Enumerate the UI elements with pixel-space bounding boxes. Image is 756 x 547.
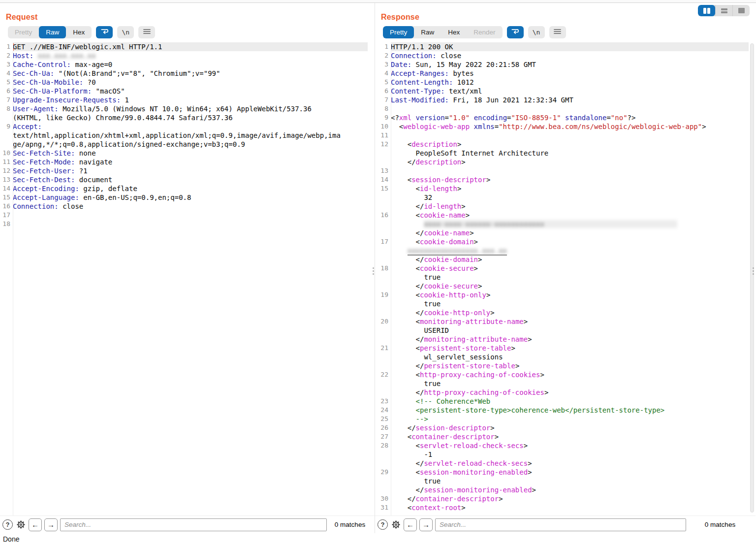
code-line[interactable]: 29 <session-monitoring-enabled> [375, 468, 749, 477]
code-line[interactable]: </servlet-reload-check-secs> [375, 459, 749, 468]
tab-raw[interactable]: Raw [39, 26, 66, 38]
response-menu-button[interactable] [549, 26, 566, 38]
next-match-button[interactable]: → [419, 518, 433, 531]
code-line[interactable]: 14Accept-Encoding: gzip, deflate [0, 184, 368, 193]
code-line[interactable]: 4Sec-Ch-Ua: "(Not(A:Brand";v="8", "Chrom… [0, 69, 368, 78]
code-line[interactable]: 6Content-Type: text/xml [375, 87, 749, 96]
code-line[interactable]: </http-proxy-caching-of-cookies> [375, 388, 749, 397]
right-edge-splitter-handle[interactable] [753, 267, 755, 275]
code-line[interactable]: </description> [375, 158, 749, 166]
panel-splitter-handle[interactable] [373, 267, 375, 275]
code-line[interactable]: 1GET .//WEB-INF/weblogic.xml HTTP/1.1 [0, 42, 368, 51]
code-line[interactable]: 10Sec-Fetch-Site: none [0, 149, 368, 158]
help-icon[interactable]: ? [378, 519, 388, 530]
search-settings-button[interactable] [390, 519, 401, 530]
code-line[interactable]: true [375, 379, 749, 388]
code-line[interactable]: (KHTML, like Gecko) Chrome/99.0.4844.74 … [0, 113, 368, 122]
search-settings-button[interactable] [15, 519, 26, 530]
code-line[interactable]: </monitoring-attribute-name> [375, 335, 749, 344]
tab-raw[interactable]: Raw [414, 26, 441, 38]
code-line[interactable]: 31 <context-root> [375, 503, 749, 512]
request-editor[interactable]: 1GET .//WEB-INF/weblogic.xml HTTP/1.12Ho… [0, 42, 375, 515]
soft-wrap-button[interactable] [507, 26, 524, 38]
code-line[interactable]: 13 [375, 166, 749, 175]
code-line[interactable]: true [375, 299, 749, 308]
code-line[interactable]: 26 </session-descriptor> [375, 423, 749, 432]
code-line[interactable]: 21 <persistent-store-table> [375, 344, 749, 353]
code-line[interactable]: USERID [375, 326, 749, 335]
code-line[interactable]: 17 [0, 211, 368, 220]
code-line[interactable]: 17 <cookie-domain> [375, 237, 749, 246]
code-line[interactable]: 14 <session-descriptor> [375, 175, 749, 184]
code-line[interactable]: 3Cache-Control: max-age=0 [0, 60, 368, 69]
code-line[interactable]: 9<?xml version="1.0" encoding="ISO-8859-… [375, 113, 749, 122]
code-line[interactable]: 25 --> [375, 415, 749, 423]
response-editor[interactable]: 1HTTP/1.1 200 OK2Connection: close3Date:… [375, 42, 756, 515]
code-line[interactable]: ge/apng,*/*;q=0.8,application/signed-exc… [0, 140, 368, 149]
code-line[interactable]: 2Connection: close [375, 51, 749, 60]
tab-render[interactable]: Render [467, 26, 502, 38]
code-line[interactable]: 10 <weblogic-web-app xmlns="http://www.b… [375, 122, 749, 131]
show-newlines-button[interactable]: \n [117, 26, 134, 38]
code-line[interactable]: 2Host: xxx.xxx.xxx.xx [0, 51, 368, 60]
code-line[interactable]: 11Sec-Fetch-Mode: navigate [0, 158, 368, 166]
code-line[interactable]: 9Accept: [0, 122, 368, 131]
response-scrollbar-thumb[interactable] [750, 43, 754, 513]
code-line[interactable]: 27 <container-descriptor> [375, 432, 749, 441]
code-line[interactable]: </cookie-name> [375, 228, 749, 237]
response-search-input[interactable] [435, 518, 686, 531]
code-line[interactable]: 28 <servlet-reload-check-secs> [375, 441, 749, 450]
code-line[interactable]: 24 <persistent-store-type>coherence-web<… [375, 406, 749, 415]
rows-view-button[interactable] [715, 5, 732, 16]
code-line[interactable]: </cookie-http-only> [375, 308, 749, 317]
tab-pretty[interactable]: Pretty [383, 26, 414, 38]
tab-pretty[interactable]: Pretty [8, 26, 39, 38]
code-line[interactable]: 18 [0, 220, 368, 228]
help-icon[interactable]: ? [2, 519, 13, 530]
code-line[interactable]: 22 <http-proxy-caching-of-cookies> [375, 370, 749, 379]
code-line[interactable]: 7Last-Modified: Fri, 18 Jun 2021 12:32:3… [375, 96, 749, 104]
code-line[interactable]: 6Sec-Ch-Ua-Platform: "macOS" [0, 87, 368, 96]
code-line[interactable]: 15Accept-Language: en-GB,en-US;q=0.9,en;… [0, 193, 368, 202]
code-line[interactable]: 5Sec-Ch-Ua-Mobile: ?0 [0, 78, 368, 87]
code-line[interactable]: 7Upgrade-Insecure-Requests: 1 [0, 96, 368, 104]
show-newlines-button[interactable]: \n [528, 26, 545, 38]
code-line[interactable]: 30 </container-descriptor> [375, 494, 749, 503]
code-line[interactable]: 20 <monitoring-attribute-name> [375, 317, 749, 326]
previous-match-button[interactable]: ← [29, 518, 42, 531]
code-line[interactable]: 13Sec-Fetch-Dest: document [0, 175, 368, 184]
code-line[interactable]: 8User-Agent: Mozilla/5.0 (Windows NT 10.… [0, 104, 368, 113]
soft-wrap-button[interactable] [96, 26, 113, 38]
code-line[interactable]: 16Connection: close [0, 202, 368, 211]
code-line[interactable]: </persistent-store-table> [375, 361, 749, 370]
code-line[interactable]: 12Sec-Fetch-User: ?1 [0, 166, 368, 175]
code-line[interactable]: xxxx-xxxx-xxxxxx-xxxxxxxxxxxx [375, 220, 749, 228]
code-line[interactable]: wl_servlet_sessions [375, 353, 749, 361]
single-view-button[interactable] [732, 5, 750, 16]
code-line[interactable]: 19 <cookie-http-only> [375, 290, 749, 299]
code-line[interactable]: 8 [375, 104, 749, 113]
code-line[interactable]: </cookie-domain> [375, 255, 749, 264]
columns-view-button[interactable] [698, 5, 715, 16]
code-line[interactable]: 12 <description> [375, 140, 749, 149]
code-line[interactable]: 15 <id-length> [375, 184, 749, 193]
code-line[interactable]: true [375, 273, 749, 282]
code-line[interactable]: 3Date: Sun, 15 May 2022 20:21:58 GMT [375, 60, 749, 69]
code-line[interactable]: 23 <!-- Coherence*Web [375, 397, 749, 406]
code-line[interactable]: 1HTTP/1.1 200 OK [375, 42, 749, 51]
code-line[interactable]: 4Accept-Ranges: bytes [375, 69, 749, 78]
request-search-input[interactable] [60, 518, 327, 531]
code-line[interactable]: PeopleSoft Internet Architecture [375, 149, 749, 158]
code-line[interactable]: </session-monitoring-enabled> [375, 485, 749, 494]
code-line[interactable]: true [375, 477, 749, 485]
tab-hex[interactable]: Hex [66, 26, 92, 38]
code-line[interactable]: 16 <cookie-name> [375, 211, 749, 220]
code-line[interactable]: xxxxxxxxxxxxxxxxx.xxx.xx [375, 246, 749, 255]
previous-match-button[interactable]: ← [404, 518, 417, 531]
code-line[interactable]: </id-length> [375, 202, 749, 211]
next-match-button[interactable]: → [44, 518, 58, 531]
tab-hex[interactable]: Hex [441, 26, 467, 38]
code-line[interactable]: 18 <cookie-secure> [375, 264, 749, 273]
code-line[interactable]: -1 [375, 450, 749, 459]
code-line[interactable]: 32 [375, 193, 749, 202]
